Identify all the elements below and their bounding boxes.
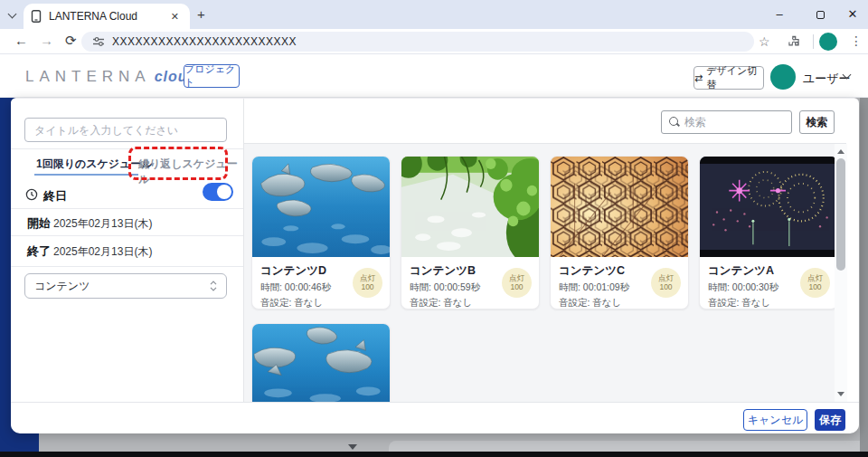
scroll-down-icon[interactable]	[837, 392, 844, 396]
card-info: コンテンツB 時間: 00:00:59秒 音設定: 音なし 点灯 100	[401, 257, 539, 309]
search-button[interactable]: 検索	[799, 110, 835, 134]
start-date-value[interactable]: 2025年02月13日(木)	[53, 216, 152, 232]
card-info: コンテンツA 時間: 00:00:30秒 音設定: 音なし 点灯 100	[700, 257, 837, 309]
content-select-value: コンテンツ	[34, 279, 90, 294]
content-card-a[interactable]: コンテンツA 時間: 00:00:30秒 音設定: 音なし 点灯 100	[699, 156, 838, 309]
content-search-input[interactable]	[684, 116, 784, 129]
forward-icon[interactable]: →	[40, 33, 53, 48]
scrollbar-thumb[interactable]	[836, 158, 845, 271]
brand-logo: LANTERNAcloud	[25, 68, 197, 86]
content-card-c[interactable]: コンテンツC 時間: 00:01:09秒 音設定: 音なし 点灯 100	[550, 156, 689, 309]
content-list: コンテンツD 時間: 00:00:46秒 音設定: 音なし 点灯 100	[244, 143, 846, 402]
badge-value: 100	[510, 283, 523, 292]
scroll-up-icon[interactable]	[837, 149, 844, 154]
lighting-badge: 点灯 100	[502, 268, 532, 298]
browser-window: LANTERNA Cloud ✕ + – ✕ ← → ⟳ XXXXXXXXXXX…	[0, 0, 868, 457]
toolbar-separator	[813, 34, 814, 49]
end-date-value[interactable]: 2025年02月13日(木)	[53, 244, 152, 260]
tab-favicon-device-icon	[31, 10, 42, 23]
schedule-form-panel: 1回限りのスケジュール 繰り返しスケジュール 終日 開始 2025年02月13日…	[11, 99, 244, 402]
start-date-label: 開始	[27, 215, 51, 232]
card-sound: 音設定: 音なし	[260, 297, 382, 309]
browser-tab[interactable]: LANTERNA Cloud ✕	[24, 4, 190, 29]
card-sound: 音設定: 音なし	[708, 297, 829, 309]
project-button[interactable]: プロジェクト	[184, 64, 240, 88]
background-dropdown-arrow-icon	[348, 444, 357, 450]
back-icon[interactable]: ←	[14, 33, 28, 48]
content-type-select[interactable]: コンテンツ	[24, 273, 227, 299]
backdrop-bottom-edge	[0, 452, 868, 457]
tab-close-icon[interactable]: ✕	[167, 9, 183, 24]
red-dashed-annotation	[128, 147, 228, 180]
badge-value: 100	[808, 283, 821, 292]
browser-menu-icon[interactable]: ⋮	[850, 33, 863, 48]
badge-value: 100	[361, 283, 373, 292]
swap-icon: ⇄	[694, 72, 703, 84]
window-minimize-icon[interactable]: –	[770, 7, 788, 21]
content-search-box[interactable]	[661, 110, 792, 134]
lighting-badge: 点灯 100	[800, 268, 830, 298]
dialog-footer: キャンセル 保存	[11, 402, 859, 433]
search-icon	[669, 117, 679, 128]
card-info: コンテンツD 時間: 00:00:46秒 音設定: 音なし 点灯 100	[252, 257, 390, 309]
window-close-icon[interactable]: ✕	[844, 7, 862, 21]
brand-text: LANTERNA	[25, 68, 151, 85]
backdrop-right-edge	[860, 98, 868, 452]
thumbnail-fireworks	[700, 157, 837, 257]
url-text[interactable]: XXXXXXXXXXXXXXXXXXXXXXXX	[112, 35, 297, 48]
browser-toolbar: ← → ⟳ XXXXXXXXXXXXXXXXXXXXXXXX ☆ ⋮	[0, 29, 868, 54]
content-card-b[interactable]: コンテンツB 時間: 00:00:59秒 音設定: 音なし 点灯 100	[401, 156, 540, 309]
design-switch-button[interactable]: ⇄ デザイン切替	[693, 66, 764, 90]
thumbnail-lattice	[551, 157, 688, 257]
user-avatar[interactable]	[770, 64, 796, 90]
content-card-partial[interactable]	[251, 323, 391, 403]
badge-value: 100	[659, 283, 672, 292]
save-button[interactable]: 保存	[815, 409, 845, 431]
design-switch-label: デザイン切替	[706, 64, 763, 91]
reload-icon[interactable]: ⟳	[65, 33, 77, 49]
site-info-icon[interactable]	[92, 36, 105, 47]
extensions-icon[interactable]	[788, 35, 800, 48]
divider	[11, 266, 243, 267]
divider	[11, 208, 243, 209]
tab-title: LANTERNA Cloud	[49, 10, 167, 23]
new-tab-icon[interactable]: +	[197, 6, 205, 22]
thumbnail-dolphins	[252, 157, 390, 257]
lighting-badge: 点灯 100	[651, 268, 681, 298]
card-sound: 音設定: 音なし	[559, 297, 680, 309]
tab-search-icon[interactable]	[8, 10, 17, 19]
card-info: コンテンツC 時間: 00:01:09秒 音設定: 音なし 点灯 100	[551, 257, 688, 309]
thumbnail-dolphins	[252, 324, 390, 403]
window-maximize-icon[interactable]	[816, 11, 825, 19]
lighting-badge: 点灯 100	[353, 268, 382, 298]
scrollbar[interactable]	[835, 144, 847, 403]
card-sound: 音設定: 音なし	[410, 297, 531, 309]
app-header: LANTERNAcloud プロジェクト ⇄ デザイン切替 ユーザー	[0, 54, 868, 98]
end-date-label: 終了	[27, 243, 51, 260]
select-stepper-icon	[210, 281, 217, 291]
browser-profile-avatar[interactable]	[819, 33, 837, 51]
schedule-dialog: 1回限りのスケジュール 繰り返しスケジュール 終日 開始 2025年02月13日…	[11, 98, 859, 433]
browser-tab-strip: LANTERNA Cloud ✕ + – ✕	[0, 0, 868, 29]
content-card-d[interactable]: コンテンツD 時間: 00:00:46秒 音設定: 音なし 点灯 100	[251, 156, 391, 309]
bookmark-star-icon[interactable]: ☆	[759, 34, 770, 49]
title-input[interactable]	[24, 118, 227, 142]
all-day-label: 終日	[43, 188, 67, 205]
all-day-toggle[interactable]	[203, 183, 233, 201]
clock-icon	[25, 188, 38, 201]
divider	[11, 235, 243, 236]
cancel-button[interactable]: キャンセル	[743, 409, 807, 431]
active-tab-underline	[34, 174, 138, 176]
thumbnail-stream	[401, 157, 539, 257]
url-bar[interactable]: XXXXXXXXXXXXXXXXXXXXXXXX	[81, 32, 754, 52]
